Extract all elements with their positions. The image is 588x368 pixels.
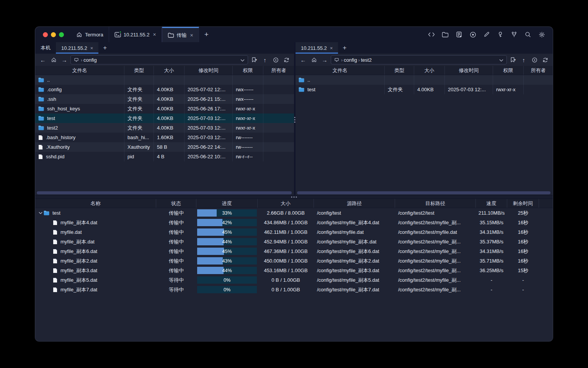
column-header-0[interactable]: 文件名	[35, 66, 124, 75]
code-icon[interactable]	[426, 30, 436, 39]
column-header-1[interactable]: 状态	[156, 199, 196, 208]
search-icon[interactable]	[523, 30, 533, 39]
column-header-0[interactable]: 文件名	[296, 66, 385, 75]
table-row[interactable]: ..	[35, 75, 294, 85]
home-icon[interactable]	[309, 55, 318, 64]
table-row[interactable]: .config文件夹4.00KB2025-07-02 12:...rwx----…	[35, 85, 294, 94]
transfer-row[interactable]: myfile_副本3.dat传输中44%453.16MB / 1.00GB/co…	[35, 266, 553, 275]
key-icon[interactable]	[495, 30, 505, 39]
path-segment[interactable]: test2	[361, 57, 372, 63]
back-icon[interactable]: ←	[38, 55, 47, 64]
tab-local[interactable]: 本机	[35, 42, 56, 54]
show-hidden-eye-icon[interactable]	[271, 55, 280, 64]
close-window-button[interactable]	[43, 32, 48, 37]
chevron-down-icon[interactable]	[499, 57, 503, 63]
table-row[interactable]: .ssh文件夹4.00KB2025-06-21 15:...rwx------	[35, 94, 294, 104]
column-header-2[interactable]: 大小	[154, 66, 185, 75]
progress-label: 44%	[197, 267, 257, 274]
up-directory-icon[interactable]: ↑	[519, 55, 528, 64]
cell-mtime	[185, 75, 233, 85]
table-row[interactable]: .bash_historybash_hi...1.60KB2025-07-03 …	[35, 133, 294, 142]
column-header-1[interactable]: 类型	[124, 66, 154, 75]
column-header-5[interactable]: 所有者	[524, 66, 553, 75]
edit-icon[interactable]	[482, 30, 492, 39]
table-row[interactable]: sshd.pidpid4 B2025-06-22 10:...rw-r--r--	[35, 152, 294, 161]
tab-session-10-211-55-2[interactable]: 10.211.55.2 ×	[109, 27, 162, 42]
forward-icon[interactable]: →	[60, 55, 69, 64]
new-tab-button[interactable]: +	[199, 27, 214, 42]
column-header-5[interactable]: 目标路径	[395, 199, 476, 208]
bookmark-icon[interactable]: ▾	[508, 55, 518, 64]
refresh-icon[interactable]	[282, 55, 291, 64]
new-file-tab-button[interactable]: +	[338, 42, 351, 54]
forward-icon[interactable]: →	[320, 55, 329, 64]
show-hidden-eye-icon[interactable]	[530, 55, 539, 64]
transfer-row[interactable]: test传输中33%2.66GB / 8.00GB/config/test/co…	[35, 208, 553, 218]
new-file-tab-button[interactable]: +	[98, 42, 111, 54]
tab-remote-right[interactable]: 10.211.55.2 ×	[296, 42, 338, 54]
column-header-4[interactable]: 权限	[233, 66, 263, 75]
column-header-5[interactable]: 所有者	[263, 66, 294, 75]
close-icon[interactable]: ×	[153, 31, 156, 38]
close-icon[interactable]: ×	[90, 45, 93, 51]
transfer-row[interactable]: myfile_副本2.dat传输中43%450.00MB / 1.00GB/co…	[35, 256, 553, 266]
column-header-7[interactable]: 剩余时间	[507, 199, 539, 208]
column-header-6[interactable]: 速度	[476, 199, 507, 208]
file-icon	[53, 258, 57, 264]
tab-transfer[interactable]: 传输 ×	[162, 27, 199, 42]
cell-perm: rwxr-xr-x	[233, 113, 263, 123]
file-icon	[53, 239, 57, 245]
transfer-row[interactable]: myfile_副本.dat传输中44%452.94MB / 1.00GB/con…	[35, 237, 553, 246]
table-row[interactable]: test文件夹4.00KB2025-07-03 12:...rwxr-xr-x	[296, 85, 553, 94]
up-directory-icon[interactable]: ↑	[260, 55, 270, 64]
transfer-row[interactable]: myfile_副本4.dat传输中42%434.86MB / 1.00GB/co…	[35, 218, 553, 227]
table-row[interactable]: .XauthorityXauthority58 B2025-06-22 14:.…	[35, 142, 294, 152]
column-header-4[interactable]: 源路径	[314, 199, 395, 208]
minimize-window-button[interactable]	[51, 32, 56, 37]
table-row[interactable]: test文件夹4.00KB2025-07-03 12:...rwxr-xr-x	[35, 113, 294, 123]
tab-remote-left[interactable]: 10.211.55.2 ×	[56, 42, 98, 54]
bookmark-icon[interactable]: ▾	[250, 55, 259, 64]
table-row[interactable]: ssh_host_keys文件夹4.00KB2025-06-26 17:...r…	[35, 104, 294, 113]
column-header-2[interactable]: 大小	[414, 66, 445, 75]
back-icon[interactable]: ←	[299, 55, 308, 64]
column-header-1[interactable]: 类型	[385, 66, 414, 75]
left-path-input[interactable]: ›config	[70, 55, 248, 64]
zoom-window-button[interactable]	[59, 32, 64, 37]
close-icon[interactable]: ×	[330, 45, 333, 51]
column-header-2[interactable]: 进度	[196, 199, 258, 208]
table-row[interactable]: test2文件夹4.00KB2025-07-03 12:...rwxr-xr-x	[35, 123, 294, 133]
hscroll-thumb[interactable]	[297, 191, 550, 194]
close-icon[interactable]: ×	[190, 32, 193, 38]
notes-icon[interactable]	[454, 30, 464, 39]
hscroll-thumb[interactable]	[37, 191, 292, 194]
transfer-row[interactable]: myfile_副本6.dat传输中45%467.36MB / 1.00GB/co…	[35, 246, 553, 256]
path-segment[interactable]: config	[83, 57, 97, 63]
column-header-0[interactable]: 名称	[35, 199, 156, 208]
right-path-input[interactable]: ›config›test2	[331, 55, 507, 64]
collapse-chevron-icon[interactable]	[38, 212, 44, 214]
transfer-row[interactable]: myfile_副本5.dat等待中0%0 B / 1.00GB/config/t…	[35, 275, 553, 285]
cell-progress: 45%	[196, 246, 258, 256]
progress-bar: 33%	[197, 209, 257, 217]
home-icon[interactable]	[49, 55, 58, 64]
cell-perm: rw-------	[233, 142, 263, 152]
fork-icon[interactable]	[509, 30, 519, 39]
chevron-down-icon[interactable]	[240, 57, 245, 63]
path-segment[interactable]: config	[344, 57, 357, 63]
transfer-splitter[interactable]	[35, 195, 553, 199]
cell-type	[124, 75, 154, 85]
transfer-row[interactable]: myfile.dat传输中45%462.11MB / 1.00GB/config…	[35, 227, 553, 237]
column-header-3[interactable]: 大小	[258, 199, 314, 208]
column-header-4[interactable]: 权限	[493, 66, 524, 75]
settings-gear-icon[interactable]	[537, 30, 547, 39]
column-header-3[interactable]: 修改时间	[185, 66, 233, 75]
transfer-row[interactable]: myfile_副本7.dat等待中0%0 B / 1.00GB/config/t…	[35, 285, 553, 294]
column-header-3[interactable]: 修改时间	[445, 66, 493, 75]
tab-home[interactable]: Termora	[71, 27, 109, 42]
table-row[interactable]: ..	[296, 75, 553, 85]
refresh-icon[interactable]	[541, 55, 550, 64]
record-icon[interactable]	[468, 30, 478, 39]
cell-src: /config/test/myfile_副本4.dat	[314, 218, 395, 227]
folder-icon[interactable]	[440, 30, 450, 39]
